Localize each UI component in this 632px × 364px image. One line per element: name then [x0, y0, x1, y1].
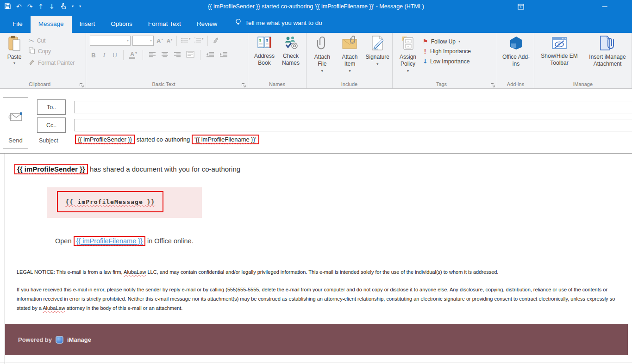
- check-names-label: Check Names: [278, 53, 304, 67]
- legal1-text-a: LEGAL NOTICE: This e-mail is from a law …: [17, 269, 124, 275]
- align-left-button[interactable]: [148, 51, 157, 59]
- redo-icon[interactable]: ↷: [27, 3, 33, 10]
- assign-policy-button[interactable]: Assign Policy ▾: [395, 36, 420, 74]
- tab-insert[interactable]: Insert: [72, 16, 103, 33]
- attach-file-icon: [316, 36, 328, 52]
- legal-notice-paragraph-1: LEGAL NOTICE: This e-mail is from a law …: [17, 267, 632, 277]
- to-button[interactable]: To..: [37, 99, 66, 115]
- minimize-icon[interactable]: —: [602, 0, 607, 13]
- paste-dropdown-icon: ▾: [13, 61, 15, 65]
- high-importance-icon: !: [423, 48, 427, 55]
- justify-button[interactable]: [185, 50, 195, 60]
- highlight-button[interactable]: [211, 36, 220, 45]
- assign-policy-dropdown-icon: ▾: [407, 69, 409, 74]
- titlebar: ↶ ↷ ↑ ↓ ▾ ▾ {{ imProfileSender }} starte…: [0, 0, 632, 13]
- heading-sender-placeholder: {{ imProfileSender }}: [17, 165, 85, 173]
- attach-item-icon: [342, 36, 358, 52]
- decrease-indent-button[interactable]: [205, 51, 215, 59]
- touch-mode-dropdown-icon[interactable]: ▾: [72, 5, 74, 8]
- high-importance-button[interactable]: ! High Importance: [423, 48, 471, 55]
- numbering-button[interactable]: ▾: [193, 37, 204, 45]
- follow-up-button[interactable]: ⚑ Follow Up ▾: [423, 38, 471, 45]
- save-icon[interactable]: [5, 3, 11, 10]
- align-center-button[interactable]: [160, 51, 169, 59]
- undo-icon[interactable]: ↶: [16, 3, 22, 10]
- attach-item-dropdown-icon: ▾: [349, 69, 351, 74]
- message-header: Send To.. Cc.. Subject {{ imProfileSende…: [0, 89, 632, 154]
- paste-button[interactable]: Paste ▾: [3, 36, 26, 67]
- tab-file[interactable]: File: [5, 16, 31, 33]
- underline-button[interactable]: U: [111, 52, 119, 59]
- tell-me-label: Tell me what you want to do: [245, 19, 322, 26]
- group-include: Attach File ▾ Attach Item ▾ Signature ▾: [307, 33, 393, 88]
- shrink-font-button[interactable]: A▾: [166, 38, 173, 44]
- tab-review[interactable]: Review: [189, 16, 225, 33]
- tell-me-box[interactable]: Tell me what you want to do: [235, 19, 322, 33]
- touch-mode-icon[interactable]: [60, 3, 66, 10]
- address-book-label: Address Book: [251, 53, 278, 67]
- italic-button[interactable]: I: [100, 51, 108, 59]
- send-button[interactable]: Send: [3, 97, 28, 149]
- ribbon-display-options-icon[interactable]: [518, 0, 524, 13]
- low-importance-icon: ↓: [423, 58, 427, 65]
- insert-imanage-attachment-label: Insert iManage Attachment: [585, 54, 630, 68]
- office-addins-button[interactable]: Office Add-ins: [501, 36, 531, 68]
- tags-dialog-launcher-icon[interactable]: [490, 81, 495, 86]
- customize-qat-icon[interactable]: ▾: [79, 5, 81, 8]
- bullets-button[interactable]: ▾: [180, 37, 191, 45]
- addins-group-label: Add-ins: [497, 81, 534, 87]
- font-size-dropdown-icon: ▾: [150, 38, 152, 43]
- paste-label: Paste: [7, 54, 22, 60]
- imanage-group-label: iManage: [534, 81, 632, 87]
- address-book-button[interactable]: Address Book: [251, 36, 278, 67]
- to-input[interactable]: [74, 101, 632, 113]
- attach-item-button[interactable]: Attach Item ▾: [337, 36, 363, 74]
- previous-item-icon[interactable]: ↑: [38, 3, 44, 10]
- clipboard-dialog-launcher-icon[interactable]: [79, 81, 84, 86]
- tab-message[interactable]: Message: [31, 16, 72, 33]
- font-size-select[interactable]: ▾: [132, 36, 154, 46]
- basic-text-dialog-launcher-icon[interactable]: [241, 81, 246, 86]
- insert-imanage-attachment-button[interactable]: Insert iManage Attachment: [585, 36, 630, 68]
- copy-button[interactable]: Copy: [29, 47, 75, 56]
- check-names-button[interactable]: Check Names: [278, 36, 304, 67]
- group-imanage: Show/Hide EM Toolbar Insert iManage Atta…: [534, 33, 632, 88]
- follow-up-dropdown-icon: ▾: [458, 39, 460, 43]
- grow-font-button[interactable]: A▴: [156, 37, 164, 44]
- copy-label: Copy: [38, 48, 51, 55]
- format-painter-label: Format Painter: [38, 60, 75, 66]
- cc-input[interactable]: [74, 119, 632, 131]
- signature-button[interactable]: Signature ▾: [364, 36, 390, 74]
- subject-sender-placeholder-highlight: {{ imProfileSender }}: [75, 135, 135, 144]
- increase-indent-button[interactable]: [219, 51, 229, 59]
- show-hide-em-toolbar-button[interactable]: Show/Hide EM Toolbar: [537, 36, 582, 68]
- font-color-icon: A: [129, 51, 135, 59]
- attach-item-label: Attach Item: [337, 54, 363, 68]
- cut-button[interactable]: ✂ Cut: [29, 37, 75, 44]
- font-name-select[interactable]: ▾: [90, 36, 131, 46]
- grow-font-icon: A: [156, 38, 161, 44]
- group-basic-text: ▾ ▾ A▴ A▾ ▾ ▾ B I: [86, 33, 248, 88]
- subject-input[interactable]: {{ imProfileSender }} started co-authori…: [75, 135, 259, 144]
- paste-icon: [7, 36, 21, 53]
- attach-file-button[interactable]: Attach File ▾: [309, 36, 335, 74]
- legal1-text-b: LLC, and may contain confidential and/or…: [146, 269, 498, 275]
- next-item-icon[interactable]: ↓: [49, 3, 55, 10]
- font-color-button[interactable]: A ▾: [128, 51, 138, 59]
- message-body[interactable]: {{ imProfileSender }} has shared a docum…: [5, 154, 632, 364]
- filename-link[interactable]: {{ imProfileFilename }}: [76, 237, 143, 245]
- cc-button[interactable]: Cc..: [37, 117, 66, 133]
- low-importance-button[interactable]: ↓ Low Importance: [423, 58, 471, 65]
- align-right-button[interactable]: [173, 51, 182, 59]
- justify-icon: [186, 51, 194, 59]
- tab-options[interactable]: Options: [103, 16, 140, 33]
- legal2-brand-text: AlubaLaw: [43, 305, 65, 311]
- bold-button[interactable]: B: [90, 52, 97, 59]
- office-addins-icon: [509, 36, 524, 52]
- open-prefix-text: Open: [55, 237, 74, 245]
- format-painter-button[interactable]: Format Painter: [29, 59, 75, 67]
- tab-format-text[interactable]: Format Text: [140, 16, 189, 33]
- imanage-logo-icon: [56, 336, 63, 344]
- attach-file-label: Attach File: [309, 54, 335, 68]
- align-center-icon: [161, 51, 169, 59]
